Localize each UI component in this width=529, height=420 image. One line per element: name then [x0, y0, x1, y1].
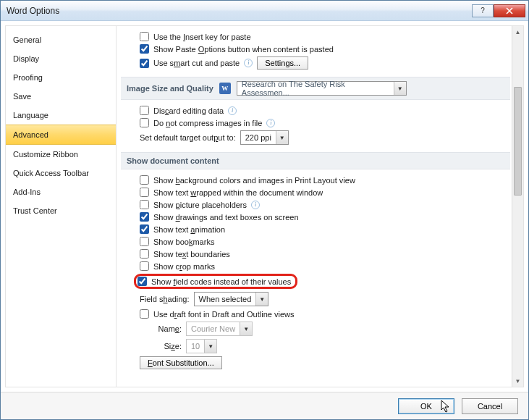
info-icon[interactable]: i [244, 59, 253, 67]
bg-colors-label: Show background colors and images in Pri… [153, 176, 355, 185]
default-target-combo[interactable]: 220 ppi ▼ [240, 130, 289, 145]
font-substitution-button[interactable]: Font Substitution... [140, 356, 222, 369]
boundaries-checkbox[interactable] [140, 249, 149, 259]
scroll-down-icon[interactable]: ▼ [512, 375, 523, 387]
discard-editing-label: Discard editing data [153, 106, 224, 115]
drawings-label: Show drawings and text boxes on screen [153, 213, 299, 222]
sidebar-item-general[interactable]: General [6, 30, 116, 49]
no-compress-label: Do not compress images in file [153, 119, 262, 127]
window-title: Word Options [7, 6, 472, 16]
close-icon [506, 7, 513, 14]
discard-editing-checkbox[interactable] [140, 106, 149, 115]
word-options-dialog: Word Options ? General Display Proofing … [0, 0, 529, 420]
field-shading-label: Field shading: [140, 295, 190, 303]
sidebar-item-advanced[interactable]: Advanced [6, 125, 116, 145]
section-image-size: Image Size and Quality W Research on The… [121, 77, 510, 100]
scroll-thumb[interactable] [514, 87, 522, 196]
animation-label: Show text animation [153, 225, 225, 234]
image-quality-doc-combo[interactable]: Research on The Safety Risk Assessmen...… [237, 81, 407, 96]
info-icon[interactable]: i [266, 119, 275, 127]
sidebar-item-trust-center[interactable]: Trust Center [6, 201, 116, 220]
crop-label: Show crop marks [153, 262, 215, 271]
wrap-label: Show text wrapped within the document wi… [153, 188, 323, 197]
font-size-label: Size: [153, 342, 182, 350]
boundaries-label: Show text boundaries [153, 250, 230, 259]
sidebar-item-save[interactable]: Save [6, 87, 116, 106]
draft-font-checkbox[interactable] [140, 309, 149, 319]
vertical-scrollbar[interactable]: ▲ ▼ [512, 26, 523, 387]
chevron-down-icon: ▼ [204, 340, 216, 353]
cancel-button[interactable]: Cancel [462, 398, 518, 414]
content-pane: Use the Insert key for paste Show Paste … [117, 26, 512, 387]
draft-font-label: Use draft font in Draft and Outline view… [153, 310, 294, 319]
insert-key-checkbox[interactable] [140, 32, 149, 41]
sidebar-item-proofing[interactable]: Proofing [6, 68, 116, 87]
word-doc-icon: W [219, 83, 231, 94]
font-size-combo: 10 ▼ [186, 339, 217, 353]
section-show-doc: Show document content [121, 152, 510, 169]
font-name-combo: Courier New ▼ [186, 322, 253, 336]
help-button[interactable]: ? [472, 4, 494, 17]
info-icon[interactable]: i [251, 201, 260, 209]
paste-options-label: Show Paste Options button when content i… [153, 45, 334, 54]
smart-cut-settings-button[interactable]: Settings... [257, 56, 308, 70]
sidebar-item-add-ins[interactable]: Add-Ins [6, 182, 116, 201]
chevron-down-icon: ▼ [276, 131, 288, 144]
field-codes-checkbox[interactable] [137, 277, 147, 286]
smart-cut-paste-checkbox[interactable] [140, 59, 149, 68]
sidebar-item-customize-ribbon[interactable]: Customize Ribbon [6, 145, 116, 164]
field-codes-label: Show field codes instead of their values [151, 277, 291, 286]
scroll-track[interactable] [512, 38, 523, 375]
crop-checkbox[interactable] [140, 261, 149, 271]
paste-options-checkbox[interactable] [140, 44, 149, 54]
wrap-checkbox[interactable] [140, 188, 149, 197]
chevron-down-icon: ▼ [255, 293, 268, 306]
ok-button[interactable]: OK [398, 398, 454, 414]
field-shading-combo[interactable]: When selected ▼ [194, 292, 269, 306]
font-name-label: Name: [153, 324, 182, 333]
sidebar-item-display[interactable]: Display [6, 49, 116, 68]
scroll-up-icon[interactable]: ▲ [512, 26, 523, 38]
chevron-down-icon: ▼ [240, 322, 252, 335]
chevron-down-icon: ▼ [394, 82, 406, 95]
drawings-checkbox[interactable] [140, 212, 149, 222]
placeholders-checkbox[interactable] [140, 200, 149, 209]
placeholders-label: Show picture placeholders [153, 201, 247, 209]
sidebar-item-language[interactable]: Language [6, 106, 116, 125]
sidebar: General Display Proofing Save Language A… [5, 25, 116, 387]
dialog-footer: OK Cancel [1, 392, 528, 419]
bg-colors-checkbox[interactable] [140, 175, 149, 185]
bookmarks-checkbox[interactable] [140, 237, 149, 246]
titlebar: Word Options ? [1, 1, 528, 21]
insert-key-label: Use the Insert key for paste [153, 33, 251, 41]
sidebar-item-quick-access-toolbar[interactable]: Quick Access Toolbar [6, 164, 116, 182]
smart-cut-paste-label: Use smart cut and paste [153, 59, 240, 67]
default-target-label: Set default target output to: [140, 133, 236, 142]
close-button[interactable] [494, 4, 525, 17]
animation-checkbox[interactable] [140, 224, 149, 234]
field-codes-highlight: Show field codes instead of their values [134, 274, 297, 289]
bookmarks-label: Show bookmarks [153, 238, 214, 246]
info-icon[interactable]: i [228, 106, 237, 115]
no-compress-checkbox[interactable] [140, 118, 149, 127]
